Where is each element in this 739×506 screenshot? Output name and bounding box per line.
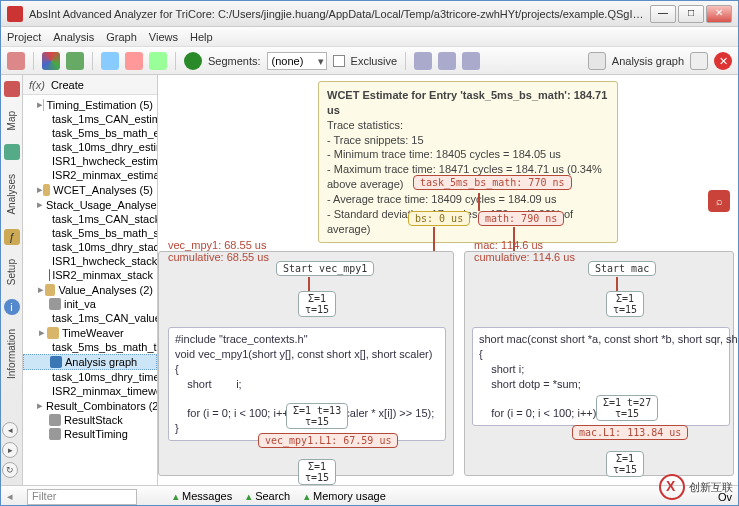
fx-label: f(x) [29,79,45,91]
tree-item[interactable]: task_1ms_CAN_value [23,311,157,325]
tree-item[interactable]: task_10ms_dhry_timewea [23,370,157,384]
tree-item[interactable]: task_10ms_dhry_estimate [23,140,157,154]
filter-input[interactable]: Filter [27,489,137,505]
rail-map[interactable]: Map [6,111,17,130]
close-panel-icon[interactable]: ✕ [714,52,732,70]
group-result[interactable]: ▸Result_Combinators (2) [23,398,157,413]
maximize-button[interactable]: □ [678,5,704,23]
tree: ▸Timing_Estimation (5) task_1ms_CAN_esti… [23,95,157,485]
window-title: AbsInt Advanced Analyzer for TriCore: C:… [29,8,650,20]
rail-fx-icon[interactable]: ƒ [4,229,20,245]
rail-information[interactable]: Information [6,329,17,379]
group-timing[interactable]: ▸Timing_Estimation (5) [23,97,157,112]
node-start-right[interactable]: Start mac [588,261,656,276]
cursor-icon[interactable] [101,52,119,70]
menu-analysis[interactable]: Analysis [53,31,94,43]
brand-logo-icon [659,474,685,500]
tree-item[interactable]: ResultStack [23,413,157,427]
zoom-icon[interactable] [438,52,456,70]
node-bs[interactable]: bs: 0 us [408,211,470,226]
minimize-button[interactable]: — [650,5,676,23]
search-icon[interactable]: ⌕ [708,190,730,212]
pie-icon[interactable] [42,52,60,70]
toolbar: Segments: (none) Exclusive Analysis grap… [1,47,738,75]
sidebar-header: f(x) Create [23,75,157,95]
tree-item[interactable]: ISR1_hwcheck_stack [23,254,157,268]
rail-info-icon[interactable]: i [4,299,20,315]
zoom-in-icon[interactable] [462,52,480,70]
nav-history: ◂ ▸ ↻ [2,422,18,478]
tree-item[interactable]: ResultTiming [23,427,157,441]
tree-item[interactable]: ISR2_minmax_stack [23,268,157,282]
tab-messages[interactable]: ▴Messages [173,490,232,503]
panel-head-right: mac: 114.6 uscumulative: 114.6 us [470,237,579,265]
menu-views[interactable]: Views [149,31,178,43]
rail-setup[interactable]: Setup [6,259,17,285]
tree-item[interactable]: ISR2_minmax_timeweave [23,384,157,398]
node-iter-right1[interactable]: Σ=1 τ=15 [606,291,644,317]
tree-item[interactable]: ISR1_hwcheck_estimate [23,154,157,168]
node-iter-right2[interactable]: Σ=1 t=27 τ=15 [596,395,658,421]
tree-item[interactable]: task_5ms_bs_math_estim [23,126,157,140]
tree-item[interactable]: task_10ms_dhry_stack [23,240,157,254]
node-leaf-left[interactable]: vec_mpy1.L1: 67.59 us [258,433,398,448]
tree-item[interactable]: task_1ms_CAN_stack [23,212,157,226]
menu-help[interactable]: Help [190,31,213,43]
flag-icon[interactable] [125,52,143,70]
tree-item[interactable]: task_5ms_bs_math_stack [23,226,157,240]
rail-analyses-icon[interactable] [4,144,20,160]
rail-analyses[interactable]: Analyses [6,174,17,215]
node-iter-left3[interactable]: Σ=1 τ=15 [298,459,336,485]
panel-icon[interactable] [588,52,606,70]
menu-project[interactable]: Project [7,31,41,43]
main: Map Analyses ƒ Setup i Information f(x) … [1,75,738,485]
tree-item[interactable]: task_1ms_CAN_estimate [23,112,157,126]
fwd-icon[interactable]: ▸ [2,442,18,458]
tree-item[interactable]: ISR2_minmax_estimate [23,168,157,182]
watermark: 创新互联 [659,474,733,500]
expand-icon[interactable] [690,52,708,70]
group-stack[interactable]: ▸Stack_Usage_Analyses (5) [23,197,157,212]
node-math[interactable]: math: 790 ns [478,211,564,226]
node-iter-left2[interactable]: Σ=1 t=13 τ=15 [286,403,348,429]
tab-memory[interactable]: ▴Memory usage [304,490,386,503]
node-iter-left1[interactable]: Σ=1 τ=15 [298,291,336,317]
sidebar: f(x) Create ▸Timing_Estimation (5) task_… [23,75,158,485]
rail-map-icon[interactable] [4,81,20,97]
tree-item[interactable]: init_va [23,297,157,311]
statusbar: ◂ Filter ▴Messages ▴Search ▴Memory usage… [1,485,738,506]
app-icon [7,6,23,22]
loop-icon[interactable]: ↻ [2,462,18,478]
tab-search[interactable]: ▴Search [246,490,290,503]
segments-label: Segments: [208,55,261,67]
exclusive-checkbox[interactable] [333,55,345,67]
node-leaf-right[interactable]: mac.L1: 113.84 us [572,425,688,440]
node-iter-right3[interactable]: Σ=1 τ=15 [606,451,644,477]
refresh-icon[interactable] [184,52,202,70]
step-icon[interactable] [149,52,167,70]
titlebar: AbsInt Advanced Analyzer for TriCore: C:… [1,1,738,27]
node-start-left[interactable]: Start vec_mpy1 [276,261,374,276]
group-value[interactable]: ▸Value_Analyses (2) [23,282,157,297]
tree-item[interactable]: task_5ms_bs_math_timewe [23,340,157,354]
analysis-graph-label: Analysis graph [612,55,684,67]
close-button[interactable]: ✕ [706,5,732,23]
group-wcet[interactable]: ▸WCET_Analyses (5) [23,182,157,197]
zoom-fit-icon[interactable] [414,52,432,70]
graph-canvas[interactable]: WCET Estimate for Entry 'task_5ms_bs_mat… [158,75,738,485]
panel-head-left: vec_mpy1: 68.55 uscumulative: 68.55 us [164,237,273,265]
menu-graph[interactable]: Graph [106,31,137,43]
menubar: Project Analysis Graph Views Help [1,27,738,47]
back-icon[interactable]: ◂ [2,422,18,438]
create-label[interactable]: Create [51,79,84,91]
node-root[interactable]: task_5ms_bs_math: 770 ns [413,175,572,190]
stop-icon[interactable] [7,52,25,70]
tree-item-selected[interactable]: Analysis graph [23,354,157,370]
segments-combo[interactable]: (none) [267,52,327,70]
brand-text: 创新互联 [689,480,733,495]
group-timeweaver[interactable]: ▸TimeWeaver [23,325,157,340]
chart-icon[interactable] [66,52,84,70]
exclusive-label: Exclusive [351,55,397,67]
